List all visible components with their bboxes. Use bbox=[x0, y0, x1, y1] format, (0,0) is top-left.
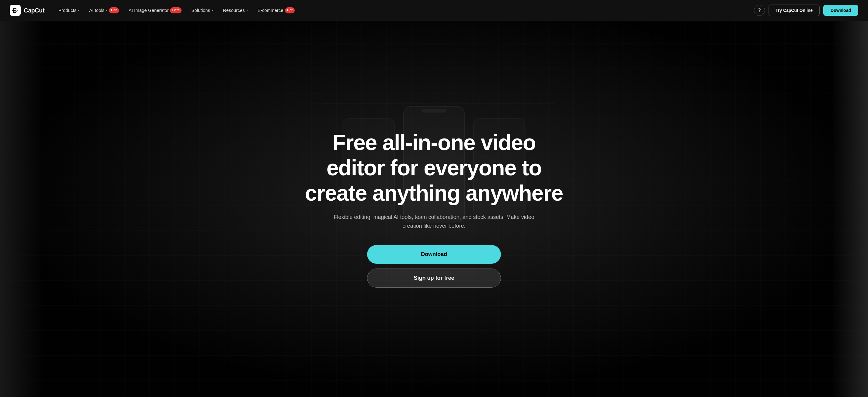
nav-items: Products ▾ AI tools ▾ Hot AI Image Gener… bbox=[54, 5, 751, 16]
logo-icon bbox=[10, 5, 21, 16]
chevron-down-icon: ▾ bbox=[246, 8, 248, 12]
hero-title-line2: create anything anywhere bbox=[305, 181, 563, 205]
left-decoration bbox=[0, 21, 42, 397]
logo-text: CapCut bbox=[24, 7, 44, 14]
hero-subtitle: Flexible editing, magical AI tools, team… bbox=[328, 213, 540, 230]
nav-item-resources[interactable]: Resources ▾ bbox=[219, 5, 252, 15]
hero-title-line1: Free all-in-one video editor for everyon… bbox=[326, 130, 541, 180]
navbar: CapCut Products ▾ AI tools ▾ Hot AI Imag… bbox=[0, 0, 868, 21]
nav-label-ai-image: AI Image Generator bbox=[129, 8, 169, 13]
hero-buttons: Download Sign up for free bbox=[367, 245, 501, 288]
ai-tools-badge: Hot bbox=[109, 7, 119, 13]
svg-rect-3 bbox=[422, 109, 446, 113]
nav-label-ecommerce: E-commerce bbox=[257, 8, 283, 13]
ecommerce-badge: Hot bbox=[285, 7, 295, 13]
nav-item-ai-tools[interactable]: AI tools ▾ Hot bbox=[85, 5, 123, 16]
nav-item-products[interactable]: Products ▾ bbox=[54, 5, 84, 15]
svg-rect-1 bbox=[12, 10, 16, 11]
hero-title: Free all-in-one video editor for everyon… bbox=[303, 130, 565, 205]
nav-label-resources: Resources bbox=[223, 8, 245, 13]
help-icon: ? bbox=[758, 8, 761, 13]
try-online-button[interactable]: Try CapCut Online bbox=[769, 5, 819, 16]
nav-item-ecommerce[interactable]: E-commerce Hot bbox=[253, 5, 299, 16]
chevron-down-icon: ▾ bbox=[106, 8, 107, 12]
nav-label-ai-tools: AI tools bbox=[89, 8, 104, 13]
logo[interactable]: CapCut bbox=[10, 5, 44, 16]
hero-download-button[interactable]: Download bbox=[367, 245, 501, 264]
hero-section: Free all-in-one video editor for everyon… bbox=[0, 0, 868, 397]
nav-label-products: Products bbox=[58, 8, 76, 13]
hero-content: Free all-in-one video editor for everyon… bbox=[297, 130, 571, 288]
chevron-down-icon: ▾ bbox=[78, 8, 80, 12]
hero-signup-button[interactable]: Sign up for free bbox=[367, 268, 501, 288]
nav-right: ? Try CapCut Online Download bbox=[754, 5, 858, 16]
nav-item-ai-image[interactable]: AI Image Generator Beta bbox=[124, 5, 186, 16]
nav-item-solutions[interactable]: Solutions ▾ bbox=[187, 5, 217, 15]
help-button[interactable]: ? bbox=[754, 5, 765, 16]
ai-image-badge: Beta bbox=[170, 7, 182, 13]
chevron-down-icon: ▾ bbox=[212, 8, 213, 12]
nav-download-button[interactable]: Download bbox=[823, 5, 858, 16]
nav-label-solutions: Solutions bbox=[191, 8, 210, 13]
right-decoration bbox=[832, 21, 868, 397]
